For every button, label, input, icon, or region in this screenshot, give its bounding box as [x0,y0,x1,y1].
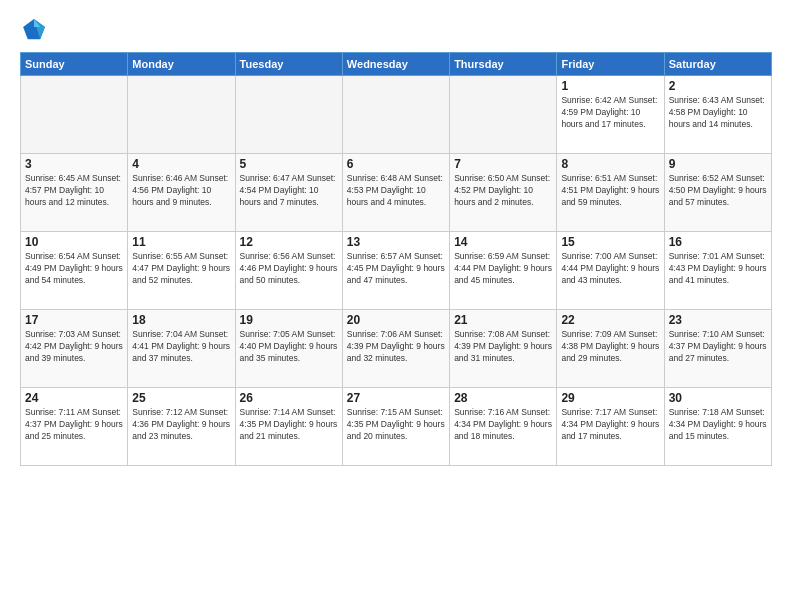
day-number: 17 [25,313,123,327]
calendar-week-4: 17Sunrise: 7:03 AM Sunset: 4:42 PM Dayli… [21,310,772,388]
day-info: Sunrise: 7:06 AM Sunset: 4:39 PM Dayligh… [347,329,445,365]
calendar-cell: 27Sunrise: 7:15 AM Sunset: 4:35 PM Dayli… [342,388,449,466]
calendar-cell: 10Sunrise: 6:54 AM Sunset: 4:49 PM Dayli… [21,232,128,310]
day-number: 21 [454,313,552,327]
day-info: Sunrise: 6:46 AM Sunset: 4:56 PM Dayligh… [132,173,230,209]
day-info: Sunrise: 7:15 AM Sunset: 4:35 PM Dayligh… [347,407,445,443]
day-info: Sunrise: 7:12 AM Sunset: 4:36 PM Dayligh… [132,407,230,443]
calendar-cell: 18Sunrise: 7:04 AM Sunset: 4:41 PM Dayli… [128,310,235,388]
day-info: Sunrise: 6:59 AM Sunset: 4:44 PM Dayligh… [454,251,552,287]
calendar-cell [235,76,342,154]
calendar-table: SundayMondayTuesdayWednesdayThursdayFrid… [20,52,772,466]
calendar-cell: 14Sunrise: 6:59 AM Sunset: 4:44 PM Dayli… [450,232,557,310]
day-info: Sunrise: 7:16 AM Sunset: 4:34 PM Dayligh… [454,407,552,443]
day-info: Sunrise: 7:09 AM Sunset: 4:38 PM Dayligh… [561,329,659,365]
calendar-cell: 6Sunrise: 6:48 AM Sunset: 4:53 PM Daylig… [342,154,449,232]
day-number: 27 [347,391,445,405]
day-number: 25 [132,391,230,405]
header [20,16,772,44]
weekday-header-monday: Monday [128,53,235,76]
calendar-week-5: 24Sunrise: 7:11 AM Sunset: 4:37 PM Dayli… [21,388,772,466]
day-number: 28 [454,391,552,405]
page: SundayMondayTuesdayWednesdayThursdayFrid… [0,0,792,612]
day-info: Sunrise: 7:18 AM Sunset: 4:34 PM Dayligh… [669,407,767,443]
calendar-week-3: 10Sunrise: 6:54 AM Sunset: 4:49 PM Dayli… [21,232,772,310]
day-info: Sunrise: 7:11 AM Sunset: 4:37 PM Dayligh… [25,407,123,443]
calendar-cell: 15Sunrise: 7:00 AM Sunset: 4:44 PM Dayli… [557,232,664,310]
calendar-cell: 12Sunrise: 6:56 AM Sunset: 4:46 PM Dayli… [235,232,342,310]
day-number: 18 [132,313,230,327]
calendar-cell: 22Sunrise: 7:09 AM Sunset: 4:38 PM Dayli… [557,310,664,388]
day-number: 30 [669,391,767,405]
day-number: 16 [669,235,767,249]
day-info: Sunrise: 7:05 AM Sunset: 4:40 PM Dayligh… [240,329,338,365]
calendar-cell [450,76,557,154]
weekday-header-sunday: Sunday [21,53,128,76]
day-number: 10 [25,235,123,249]
calendar-cell: 28Sunrise: 7:16 AM Sunset: 4:34 PM Dayli… [450,388,557,466]
calendar-cell: 29Sunrise: 7:17 AM Sunset: 4:34 PM Dayli… [557,388,664,466]
day-info: Sunrise: 7:00 AM Sunset: 4:44 PM Dayligh… [561,251,659,287]
calendar-cell: 7Sunrise: 6:50 AM Sunset: 4:52 PM Daylig… [450,154,557,232]
logo-icon [20,16,48,44]
day-number: 9 [669,157,767,171]
calendar-cell: 19Sunrise: 7:05 AM Sunset: 4:40 PM Dayli… [235,310,342,388]
logo [20,16,52,44]
day-number: 1 [561,79,659,93]
weekday-header-thursday: Thursday [450,53,557,76]
calendar-cell: 26Sunrise: 7:14 AM Sunset: 4:35 PM Dayli… [235,388,342,466]
day-info: Sunrise: 7:04 AM Sunset: 4:41 PM Dayligh… [132,329,230,365]
calendar-cell: 24Sunrise: 7:11 AM Sunset: 4:37 PM Dayli… [21,388,128,466]
day-info: Sunrise: 6:56 AM Sunset: 4:46 PM Dayligh… [240,251,338,287]
day-info: Sunrise: 6:57 AM Sunset: 4:45 PM Dayligh… [347,251,445,287]
calendar-week-1: 1Sunrise: 6:42 AM Sunset: 4:59 PM Daylig… [21,76,772,154]
weekday-header-tuesday: Tuesday [235,53,342,76]
calendar-cell: 9Sunrise: 6:52 AM Sunset: 4:50 PM Daylig… [664,154,771,232]
calendar-week-2: 3Sunrise: 6:45 AM Sunset: 4:57 PM Daylig… [21,154,772,232]
calendar-cell: 8Sunrise: 6:51 AM Sunset: 4:51 PM Daylig… [557,154,664,232]
day-number: 7 [454,157,552,171]
calendar-cell: 1Sunrise: 6:42 AM Sunset: 4:59 PM Daylig… [557,76,664,154]
day-info: Sunrise: 7:03 AM Sunset: 4:42 PM Dayligh… [25,329,123,365]
day-number: 3 [25,157,123,171]
calendar-cell: 30Sunrise: 7:18 AM Sunset: 4:34 PM Dayli… [664,388,771,466]
day-number: 14 [454,235,552,249]
day-number: 29 [561,391,659,405]
day-info: Sunrise: 6:47 AM Sunset: 4:54 PM Dayligh… [240,173,338,209]
day-info: Sunrise: 7:17 AM Sunset: 4:34 PM Dayligh… [561,407,659,443]
day-info: Sunrise: 6:55 AM Sunset: 4:47 PM Dayligh… [132,251,230,287]
day-number: 22 [561,313,659,327]
day-number: 6 [347,157,445,171]
day-number: 26 [240,391,338,405]
weekday-header-row: SundayMondayTuesdayWednesdayThursdayFrid… [21,53,772,76]
calendar-cell: 17Sunrise: 7:03 AM Sunset: 4:42 PM Dayli… [21,310,128,388]
day-number: 4 [132,157,230,171]
day-number: 2 [669,79,767,93]
calendar-cell [21,76,128,154]
calendar-cell: 21Sunrise: 7:08 AM Sunset: 4:39 PM Dayli… [450,310,557,388]
day-number: 11 [132,235,230,249]
calendar-cell [128,76,235,154]
calendar-cell: 2Sunrise: 6:43 AM Sunset: 4:58 PM Daylig… [664,76,771,154]
day-info: Sunrise: 6:52 AM Sunset: 4:50 PM Dayligh… [669,173,767,209]
day-info: Sunrise: 7:01 AM Sunset: 4:43 PM Dayligh… [669,251,767,287]
calendar-cell: 20Sunrise: 7:06 AM Sunset: 4:39 PM Dayli… [342,310,449,388]
weekday-header-wednesday: Wednesday [342,53,449,76]
calendar-cell: 11Sunrise: 6:55 AM Sunset: 4:47 PM Dayli… [128,232,235,310]
calendar-cell: 3Sunrise: 6:45 AM Sunset: 4:57 PM Daylig… [21,154,128,232]
day-number: 8 [561,157,659,171]
day-number: 24 [25,391,123,405]
day-info: Sunrise: 7:10 AM Sunset: 4:37 PM Dayligh… [669,329,767,365]
day-info: Sunrise: 6:42 AM Sunset: 4:59 PM Dayligh… [561,95,659,131]
calendar-cell: 23Sunrise: 7:10 AM Sunset: 4:37 PM Dayli… [664,310,771,388]
day-info: Sunrise: 6:45 AM Sunset: 4:57 PM Dayligh… [25,173,123,209]
calendar-cell [342,76,449,154]
calendar-cell: 16Sunrise: 7:01 AM Sunset: 4:43 PM Dayli… [664,232,771,310]
day-number: 19 [240,313,338,327]
day-number: 12 [240,235,338,249]
day-info: Sunrise: 6:50 AM Sunset: 4:52 PM Dayligh… [454,173,552,209]
day-info: Sunrise: 6:54 AM Sunset: 4:49 PM Dayligh… [25,251,123,287]
day-number: 20 [347,313,445,327]
day-info: Sunrise: 6:43 AM Sunset: 4:58 PM Dayligh… [669,95,767,131]
day-number: 23 [669,313,767,327]
